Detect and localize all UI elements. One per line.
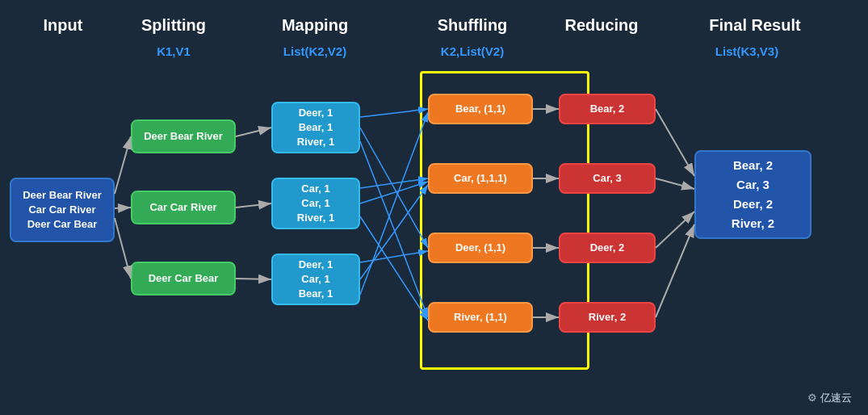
svg-line-4 xyxy=(115,218,131,279)
shuffle-box-3: Deer, (1,1) xyxy=(428,233,533,263)
sublabel-shuffling: K2,List(V2) xyxy=(428,44,517,58)
svg-line-6 xyxy=(236,203,271,208)
split-box-3: Deer Car Bear xyxy=(131,262,236,296)
watermark-text: ⚙ 亿速云 xyxy=(807,391,852,405)
map-box-2: Car, 1 Car, 1 River, 1 xyxy=(271,178,360,229)
shuffle-box-4: River, (1,1) xyxy=(428,302,533,333)
svg-line-5 xyxy=(236,128,271,136)
sublabel-mapping: List(K2,V2) xyxy=(266,44,363,58)
header-final-result: Final Result xyxy=(690,16,820,35)
reduce-box-2: Car, 3 xyxy=(559,163,656,194)
svg-line-14 xyxy=(360,251,428,262)
sublabel-splitting: K1,V1 xyxy=(125,44,222,58)
svg-line-13 xyxy=(360,216,428,321)
map-box-3: Deer, 1 Car, 1 Bear, 1 xyxy=(271,254,360,305)
svg-line-23 xyxy=(656,212,694,248)
reduce-box-3: Deer, 2 xyxy=(559,233,656,263)
input-box: Deer Bear River Car Car River Deer Car B… xyxy=(10,178,115,242)
reduce-box-4: River, 2 xyxy=(559,302,656,333)
shuffle-box-1: Bear, (1,1) xyxy=(428,94,533,124)
header-shuffling: Shuffling xyxy=(428,16,517,35)
diagram: Input Splitting Mapping Shuffling Reduci… xyxy=(0,0,868,415)
svg-line-22 xyxy=(656,178,694,189)
sublabel-final-result: List(K3,V3) xyxy=(690,44,803,58)
svg-line-15 xyxy=(360,185,428,279)
map-box-1: Deer, 1 Bear, 1 River, 1 xyxy=(271,102,360,153)
svg-line-11 xyxy=(360,178,428,188)
split-box-2: Car Car River xyxy=(131,191,236,224)
svg-line-10 xyxy=(360,141,428,317)
header-reducing: Reducing xyxy=(557,16,646,35)
reduce-box-1: Bear, 2 xyxy=(559,94,656,124)
split-box-1: Deer Bear River xyxy=(131,119,236,153)
svg-line-3 xyxy=(115,208,131,208)
svg-line-16 xyxy=(360,112,428,295)
header-mapping: Mapping xyxy=(266,16,363,35)
header-splitting: Splitting xyxy=(125,16,222,35)
svg-line-24 xyxy=(656,224,694,317)
header-input: Input xyxy=(15,16,111,35)
svg-line-21 xyxy=(656,109,694,176)
svg-line-9 xyxy=(360,128,428,248)
svg-line-8 xyxy=(360,109,428,117)
svg-line-12 xyxy=(360,182,428,203)
shuffle-box-2: Car, (1,1,1) xyxy=(428,163,533,194)
svg-line-7 xyxy=(236,279,271,279)
final-box: Bear, 2 Car, 3 Deer, 2 River, 2 xyxy=(694,150,811,239)
svg-line-2 xyxy=(115,136,131,194)
